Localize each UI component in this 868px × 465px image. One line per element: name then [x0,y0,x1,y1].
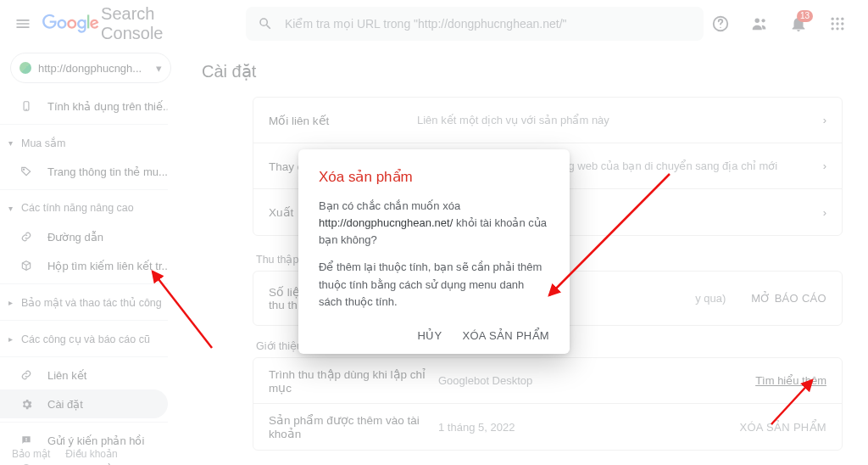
dialog-cancel-button[interactable]: HỦY [418,329,442,342]
dialog-confirm-button[interactable]: XÓA SẢN PHẨM [462,329,549,342]
dialog-title: Xóa sản phẩm [319,168,549,186]
remove-property-dialog: Xóa sản phẩm Bạn có chắc chắn muốn xóa h… [298,149,570,354]
modal-overlay[interactable]: Xóa sản phẩm Bạn có chắc chắn muốn xóa h… [0,0,868,465]
dialog-body: Bạn có chắc chắn muốn xóa http://dongphu… [319,198,549,311]
